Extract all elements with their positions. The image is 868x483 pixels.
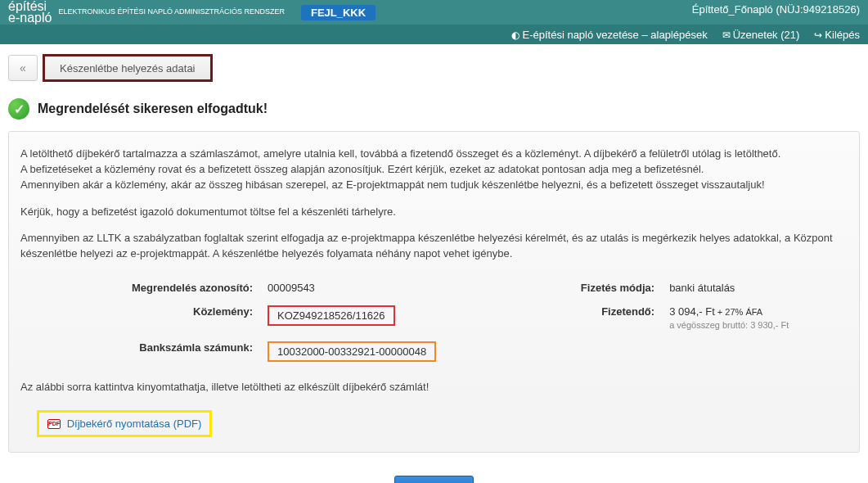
info-paragraph: Kérjük, hogy a befizetést igazoló dokume… bbox=[20, 205, 848, 220]
messages-link[interactable]: ✉Üzenetek (21) bbox=[722, 29, 800, 41]
logout-link[interactable]: ↪Kilépés bbox=[814, 29, 860, 41]
user-label: Építtető_Főnapló (NÜJ:949218526) bbox=[692, 3, 860, 16]
app-logo: építési e-napló ELEKTRONIKUS ÉPÍTÉSI NAP… bbox=[8, 0, 285, 25]
value-amount-due: 3 094,- Ft + 27% ÁFA a végösszeg bruttó:… bbox=[663, 300, 804, 335]
ok-button[interactable]: Rendben bbox=[394, 476, 474, 483]
pdf-link-wrap: PDF Díjbekérő nyomtatása (PDF) bbox=[37, 410, 212, 437]
action-row: Rendben bbox=[0, 466, 868, 483]
order-details-table: Megrendelés azonosító: 00009543 Fizetés … bbox=[20, 275, 806, 368]
info-paragraph: Amennyiben az LLTK a szabályzatban fogla… bbox=[20, 231, 848, 262]
value-reference: KOZ949218526/11626 bbox=[268, 305, 395, 326]
print-pdf-link[interactable]: Díjbekérő nyomtatása (PDF) bbox=[67, 418, 202, 430]
table-row: Közlemény: KOZ949218526/11626 Fizetendő:… bbox=[22, 300, 804, 335]
sub-header: ◐E-építési napló vezetése – alaplépések … bbox=[0, 25, 868, 44]
breadcrumb: « Készenlétbe helyezés adatai bbox=[0, 44, 868, 92]
label-order-id: Megrendelés azonosító: bbox=[22, 277, 259, 299]
label-bank-account: Bankszámla számunk: bbox=[22, 336, 259, 367]
app-header: építési e-napló ELEKTRONIKUS ÉPÍTÉSI NAP… bbox=[0, 0, 868, 25]
success-banner: ✓ Megrendelését sikeresen elfogadtuk! bbox=[0, 92, 868, 131]
success-title: Megrendelését sikeresen elfogadtuk! bbox=[38, 102, 268, 116]
content-panel: A letölthető díjbekérő tartalmazza a szá… bbox=[8, 131, 860, 453]
logout-icon: ↪ bbox=[814, 29, 822, 41]
logo-line2: e-napló bbox=[8, 11, 52, 25]
label-reference: Közlemény: bbox=[22, 300, 259, 335]
breadcrumb-current[interactable]: Készenlétbe helyezés adatai bbox=[43, 54, 213, 82]
value-gross-amount: a végösszeg bruttó: 3 930,- Ft bbox=[669, 320, 798, 330]
value-payment-mode: banki átutalás bbox=[663, 277, 804, 299]
label-payment-mode: Fizetés módja: bbox=[532, 277, 661, 299]
mail-icon: ✉ bbox=[722, 29, 731, 41]
value-order-id: 00009543 bbox=[261, 277, 455, 299]
logo-desc: ELEKTRONIKUS ÉPÍTÉSI NAPLÓ ADMINISZTRÁCI… bbox=[58, 8, 285, 16]
table-row: Megrendelés azonosító: 00009543 Fizetés … bbox=[22, 277, 804, 299]
help-link[interactable]: ◐E-építési napló vezetése – alaplépések bbox=[511, 29, 707, 41]
table-row: Bankszámla számunk: 10032000-00332921-00… bbox=[22, 336, 804, 367]
label-amount-due: Fizetendő: bbox=[532, 300, 661, 335]
pdf-icon: PDF bbox=[47, 419, 61, 429]
env-badge: FEJL_KKK bbox=[301, 5, 376, 20]
value-bank-account: 10032000-00332921-00000048 bbox=[268, 341, 436, 362]
print-intro: Az alábbi sorra kattintva kinyomtathatja… bbox=[20, 380, 848, 395]
success-icon: ✓ bbox=[8, 98, 29, 120]
help-icon: ◐ bbox=[511, 29, 519, 41]
breadcrumb-back-button[interactable]: « bbox=[8, 55, 38, 81]
info-paragraph: A letölthető díjbekérő tartalmazza a szá… bbox=[20, 147, 848, 193]
